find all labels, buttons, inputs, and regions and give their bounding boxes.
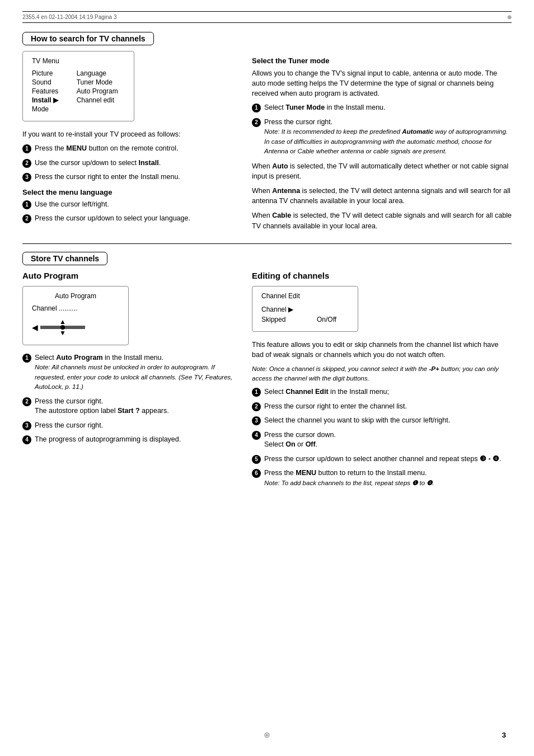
ap-step-1-text: Select Auto Program in the Install menu.… <box>35 353 235 392</box>
ed-step-5-text: Press the cursor up/down to select anoth… <box>264 454 512 464</box>
select-lang-steps: 1 Use the cursor left/right. 2 Press the… <box>22 200 235 224</box>
crosshair-header: ⊕ <box>507 14 512 20</box>
ap-step-2: 2 Press the cursor right.The autostore o… <box>22 397 235 416</box>
lang-step-2: 2 Press the cursor up/down to select you… <box>22 214 235 224</box>
section1-intro: If you want to re-install your TV procee… <box>22 129 235 139</box>
ce-item-onoff: On/Off <box>317 316 349 323</box>
ed-step-3: 3 Select the channel you want to skip wi… <box>252 416 512 426</box>
ap-step-3: 3 Press the cursor right. <box>22 421 235 431</box>
tuner-step-2-text: Press the cursor right. Note: It is reco… <box>264 118 512 157</box>
ed-step-4-num: 4 <box>252 431 261 440</box>
ap-down-arrow: ▼ <box>59 329 66 337</box>
select-lang-heading: Select the menu language <box>22 188 235 196</box>
ed-step-1-num: 1 <box>252 388 261 397</box>
print-header: 2355.4 en 02-11-2004 14:19 Pagina 3 ⊕ <box>22 11 512 23</box>
ap-menu-title: Auto Program <box>32 292 119 300</box>
channel-edit-box: Channel Edit Channel ▶ Skipped On/Off <box>252 286 358 332</box>
auto-program-steps: 1 Select Auto Program in the Install men… <box>22 353 235 445</box>
cable-para: When Cable is selected, the TV will dete… <box>252 210 512 231</box>
tuner-steps: 1 Select Tuner Mode in the Install menu.… <box>252 103 512 157</box>
ap-step-2-text: Press the cursor right.The autostore opt… <box>35 397 235 416</box>
auto-para: When Auto is selected, the TV will autom… <box>252 161 512 181</box>
section1-title: How to search for TV channels <box>22 32 154 45</box>
ap-step-4-num: 4 <box>22 435 31 444</box>
ap-step-4: 4 The progress of autoprogramming is dis… <box>22 435 235 445</box>
ed-step-6-text: Press the MENU button to return to the I… <box>264 468 512 488</box>
ap-progress-dot <box>60 325 65 330</box>
tv-menu-items: Picture Language Sound Tuner Mode Featur… <box>32 69 125 113</box>
lang-step-2-num: 2 <box>22 214 31 223</box>
ap-arrow-control: ◀ ▲ ▼ <box>32 318 119 337</box>
ed-step-6-note: Note: To add back channels to the list, … <box>264 480 434 486</box>
ed-step-6-num: 6 <box>252 469 261 478</box>
tuner-step-2-note: Note: It is recommended to keep the pred… <box>264 128 508 154</box>
ap-step-2-num: 2 <box>22 397 31 406</box>
print-info: 2355.4 en 02-11-2004 14:19 Pagina 3 <box>22 14 116 20</box>
menu-item-autoprogram: Auto Program <box>77 87 125 95</box>
editing-intro: This feature allows you to edit or skip … <box>252 340 512 360</box>
menu-item-picture: Picture <box>32 69 65 77</box>
ed-step-5: 5 Press the cursor up/down to select ano… <box>252 454 512 464</box>
ed-step-3-text: Select the channel you want to skip with… <box>264 416 512 426</box>
menu-item-mode: Mode <box>32 105 65 113</box>
editing-channels-title: Editing of channels <box>252 271 512 280</box>
section1-right: Select the Tuner mode Allows you to chan… <box>252 51 512 236</box>
ap-left-arrow: ◀ <box>32 323 38 332</box>
ce-item-skipped: Skipped <box>261 316 306 323</box>
ap-step-3-text: Press the cursor right. <box>35 421 235 431</box>
tv-menu-box: TV Menu Picture Language Sound Tuner Mod… <box>22 51 134 121</box>
ce-item-channel: Channel ▶ <box>261 306 306 313</box>
ed-step-5-num: 5 <box>252 455 261 464</box>
tv-menu-title: TV Menu <box>32 57 125 65</box>
step-1-text: Press the MENU button on the remote cont… <box>35 144 235 154</box>
tuner-mode-heading: Select the Tuner mode <box>252 57 512 65</box>
step-1-num: 1 <box>22 144 31 153</box>
menu-item-language: Language <box>77 69 125 77</box>
tuner-step-2: 2 Press the cursor right. Note: It is re… <box>252 118 512 157</box>
ce-menu-title: Channel Edit <box>261 292 349 300</box>
lang-step-1-text: Use the cursor left/right. <box>35 200 235 210</box>
ce-menu-items: Channel ▶ Skipped On/Off <box>261 306 349 323</box>
ap-step-1-num: 1 <box>22 354 31 363</box>
ap-step-4-text: The progress of autoprogramming is displ… <box>35 435 235 445</box>
ap-step-3-num: 3 <box>22 421 31 430</box>
ap-up-arrow: ▲ <box>59 318 66 326</box>
lang-step-1-num: 1 <box>22 200 31 209</box>
ap-step-1-note: Note: All channels must be unlocked in o… <box>35 364 232 390</box>
menu-item-sound: Sound <box>32 78 65 86</box>
ed-step-2: 2 Press the cursor right to enter the ch… <box>252 402 512 412</box>
tuner-step-1-text: Select Tuner Mode in the Install menu. <box>264 103 512 113</box>
tuner-step-1-num: 1 <box>252 104 261 112</box>
ed-step-2-num: 2 <box>252 402 261 411</box>
editing-steps: 1 Select Channel Edit in the Install men… <box>252 387 512 488</box>
editing-note: Note: Once a channel is skipped, you can… <box>252 364 512 383</box>
menu-item-channeledit: Channel edit <box>77 96 125 104</box>
step-3-text: Press the cursor right to enter the Inst… <box>35 172 235 182</box>
ed-step-1: 1 Select Channel Edit in the Install men… <box>252 387 512 397</box>
tuner-mode-intro: Allows you to change the TV's signal inp… <box>252 68 512 98</box>
ap-progress-bar <box>40 326 85 329</box>
ed-step-2-text: Press the cursor right to enter the chan… <box>264 402 512 412</box>
crosshair-bottom: ⊕ <box>264 730 270 739</box>
ed-step-1-text: Select Channel Edit in the Install menu; <box>264 387 512 397</box>
step-2-num: 2 <box>22 159 31 168</box>
section1-steps: 1 Press the MENU button on the remote co… <box>22 144 235 182</box>
menu-item-tunermode: Tuner Mode <box>77 78 125 86</box>
auto-program-col: Auto Program Auto Program Channel ......… <box>22 271 235 493</box>
section2-title: Store TV channels <box>22 252 107 265</box>
antenna-para: When Antenna is selected, the TV will de… <box>252 186 512 206</box>
section2-wrapper: Store TV channels Auto Program Auto Prog… <box>22 252 512 493</box>
ed-step-4: 4 Press the cursor down.Select On or Off… <box>252 430 512 450</box>
menu-item-features: Features <box>32 87 65 95</box>
tuner-step-1: 1 Select Tuner Mode in the Install menu. <box>252 103 512 113</box>
section1-content: TV Menu Picture Language Sound Tuner Mod… <box>22 51 512 236</box>
auto-program-box: Auto Program Channel .......... ◀ ▲ ▼ <box>22 286 129 345</box>
step-2-text: Use the cursor up/down to select Install… <box>35 158 235 168</box>
auto-program-title: Auto Program <box>22 271 235 280</box>
step-1: 1 Press the MENU button on the remote co… <box>22 144 235 154</box>
step-3-num: 3 <box>22 173 31 182</box>
section2-content: Auto Program Auto Program Channel ......… <box>22 271 512 493</box>
lang-step-1: 1 Use the cursor left/right. <box>22 200 235 210</box>
tuner-step-2-num: 2 <box>252 118 261 127</box>
ed-step-3-num: 3 <box>252 416 261 425</box>
